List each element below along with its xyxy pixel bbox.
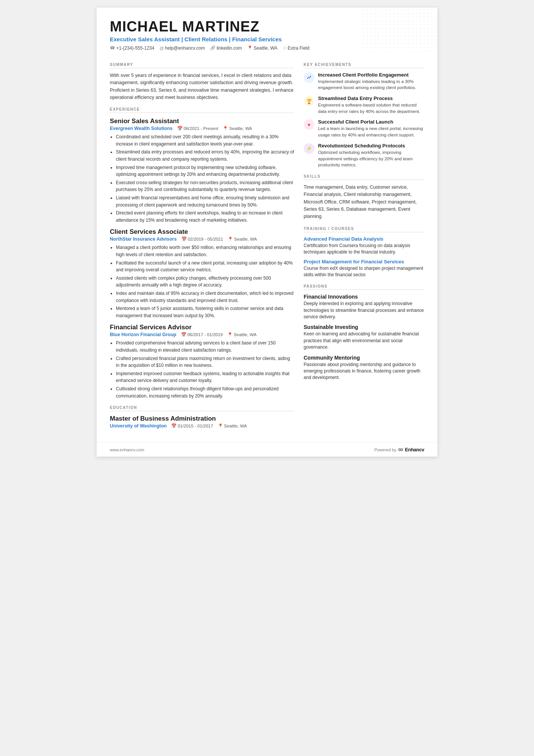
linkedin-icon: 🔗 bbox=[210, 45, 215, 50]
training-label: TRAINING / COURSES bbox=[304, 227, 424, 232]
calendar-icon-edu: 📅 bbox=[171, 423, 176, 429]
job-entry-1: Senior Sales Assistant Evergreen Wealth … bbox=[110, 117, 294, 224]
passion-desc-3: Passionate about providing mentorship an… bbox=[304, 362, 424, 381]
job-bullets-1: Coordinated and scheduled over 200 clien… bbox=[110, 133, 294, 224]
bullet-item: Managed a client portfolio worth over $5… bbox=[116, 244, 294, 258]
job-meta-1: Evergreen Wealth Solutions 📅 06/2021 - P… bbox=[110, 126, 294, 131]
employer-2: NorthStar Insurance Advisors bbox=[110, 236, 177, 242]
training-entry-1: Advanced Financial Data Analysis Certifi… bbox=[304, 236, 424, 256]
training-entry-2: Project Management for Financial Service… bbox=[304, 259, 424, 279]
right-column: KEY ACHIEVEMENTS Increased Client Portfo… bbox=[304, 56, 424, 431]
job-location-3: 📍 Seattle, WA bbox=[227, 332, 256, 337]
passion-desc-1: Deeply interested in exploring and apply… bbox=[304, 301, 424, 320]
achievement-content-3: Successful Client Portal Launch Led a te… bbox=[318, 119, 424, 138]
achievement-title-1: Increased Client Portfolio Engagement bbox=[318, 72, 424, 78]
achievement-icon-1 bbox=[304, 72, 314, 83]
summary-label: SUMMARY bbox=[110, 63, 294, 68]
bullet-item: Improved time management protocol by imp… bbox=[116, 164, 294, 178]
resume-document: MICHAEL MARTINEZ Executive Sales Assista… bbox=[97, 8, 437, 457]
training-desc-1: Certification from Coursera focusing on … bbox=[304, 243, 424, 256]
achievement-4: ⚡ Revolutionized Scheduling Protocols Op… bbox=[304, 143, 424, 168]
edu-degree-1: Master of Business Administration bbox=[110, 415, 294, 423]
phone-icon: ☎ bbox=[110, 45, 115, 50]
passion-title-3: Community Mentoring bbox=[304, 355, 424, 361]
job-bullets-2: Managed a client portfolio worth over $5… bbox=[110, 244, 294, 319]
achievement-2: 🏆 Streamlined Data Entry Process Enginee… bbox=[304, 95, 424, 114]
contact-linkedin: 🔗 linkedin.com bbox=[210, 45, 242, 51]
skills-text: Time management, Data entry, Customer se… bbox=[304, 184, 424, 221]
passion-title-1: Financial Innovations bbox=[304, 294, 424, 300]
pin-icon-3: 📍 bbox=[227, 332, 233, 337]
job-title-1: Senior Sales Assistant bbox=[110, 117, 294, 125]
main-layout: SUMMARY With over 5 years of experience … bbox=[110, 56, 424, 431]
header-section: MICHAEL MARTINEZ Executive Sales Assista… bbox=[110, 19, 424, 51]
job-entry-2: Client Services Associate NorthStar Insu… bbox=[110, 228, 294, 319]
education-label: EDUCATION bbox=[110, 405, 294, 411]
pin-icon-2: 📍 bbox=[228, 236, 233, 242]
achievement-desc-2: Engineered a software-based solution tha… bbox=[318, 102, 424, 114]
training-desc-2: Course from edX designed to sharpen proj… bbox=[304, 265, 424, 279]
footer-url: www.enhancv.com bbox=[110, 448, 144, 452]
summary-text: With over 5 years of experience in finan… bbox=[110, 72, 294, 102]
pin-icon-edu: 📍 bbox=[218, 423, 223, 429]
bullet-item: Cultivated strong client relationships t… bbox=[116, 385, 294, 399]
contact-phone: ☎ +1-(234)-555-1234 bbox=[110, 45, 154, 51]
achievement-desc-4: Optimized scheduling workflows, improvin… bbox=[318, 149, 424, 168]
edu-school-1: University of Washington bbox=[110, 423, 167, 429]
candidate-title: Executive Sales Assistant | Client Relat… bbox=[110, 36, 424, 42]
star-icon: ☆ bbox=[283, 45, 287, 50]
training-title-1: Advanced Financial Data Analysis bbox=[304, 236, 424, 242]
job-entry-3: Financial Services Advisor Blue Horizon … bbox=[110, 324, 294, 399]
skills-label: SKILLS bbox=[304, 174, 424, 180]
bullet-item: Implemented improved customer feedback s… bbox=[116, 370, 294, 384]
phone-value: +1-(234)-555-1234 bbox=[116, 45, 154, 51]
linkedin-value: linkedin.com bbox=[217, 45, 242, 51]
bullet-item: Index and maintain data of 95% accuracy … bbox=[116, 290, 294, 304]
left-column: SUMMARY With over 5 years of experience … bbox=[110, 56, 294, 431]
bullet-item: Executed cross-selling strategies for no… bbox=[116, 179, 294, 193]
bullet-item: Assisted clients with complex policy cha… bbox=[116, 275, 294, 289]
job-meta-2: NorthStar Insurance Advisors 📅 02/2019 -… bbox=[110, 236, 294, 242]
location-icon: 📍 bbox=[247, 45, 253, 50]
enhancv-brand: Enhancv bbox=[405, 447, 424, 452]
location-value: Seattle, WA bbox=[254, 45, 278, 51]
job-title-2: Client Services Associate bbox=[110, 228, 294, 236]
bullet-item: Coordinated and scheduled over 200 clien… bbox=[116, 133, 294, 147]
achievement-1: Increased Client Portfolio Engagement Im… bbox=[304, 72, 424, 91]
achievement-desc-3: Led a team in launching a new client por… bbox=[318, 125, 424, 138]
job-location-1: 📍 Seattle, WA bbox=[223, 126, 252, 131]
email-icon: @ bbox=[159, 46, 164, 50]
training-title-2: Project Management for Financial Service… bbox=[304, 259, 424, 265]
contact-bar: ☎ +1-(234)-555-1234 @ help@enhancv.com 🔗… bbox=[110, 45, 424, 51]
achievement-title-2: Streamlined Data Entry Process bbox=[318, 95, 424, 101]
achievement-content-1: Increased Client Portfolio Engagement Im… bbox=[318, 72, 424, 91]
edu-location-1: 📍 Seattle, WA bbox=[218, 423, 247, 429]
achievement-icon-3: ♥ bbox=[304, 119, 314, 130]
candidate-name: MICHAEL MARTINEZ bbox=[110, 19, 424, 35]
bullet-item: Liaised with financial representatives a… bbox=[116, 194, 294, 208]
enhancv-infinity-icon: ∞ bbox=[398, 446, 403, 454]
footer: www.enhancv.com Powered by ∞ Enhancv bbox=[97, 442, 437, 457]
bullet-item: Provided comprehensive financial advisin… bbox=[116, 340, 294, 354]
extra-value: Extra Field bbox=[288, 45, 309, 51]
employer-3: Blue Horizon Financial Group bbox=[110, 332, 176, 337]
achievement-content-4: Revolutionized Scheduling Protocols Opti… bbox=[318, 143, 424, 168]
job-dates-3: 📅 06/2017 - 01/2019 bbox=[181, 332, 223, 337]
contact-extra: ☆ Extra Field bbox=[283, 45, 309, 51]
powered-by-text: Powered by bbox=[374, 448, 396, 452]
achievement-title-3: Successful Client Portal Launch bbox=[318, 119, 424, 125]
bullet-item: Streamlined data entry processes and red… bbox=[116, 149, 294, 163]
job-title-3: Financial Services Advisor bbox=[110, 324, 294, 331]
achievement-title-4: Revolutionized Scheduling Protocols bbox=[318, 143, 424, 149]
experience-label: EXPERIENCE bbox=[110, 107, 294, 113]
bullet-item: Mentored a team of 5 junior assistants, … bbox=[116, 305, 294, 319]
job-meta-3: Blue Horizon Financial Group 📅 06/2017 -… bbox=[110, 332, 294, 337]
bullet-item: Crafted personalized financial plans max… bbox=[116, 355, 294, 369]
passion-desc-2: Keen on learning and advocating for sust… bbox=[304, 331, 424, 351]
achievement-desc-1: Implemented strategic initiatives leadin… bbox=[318, 78, 424, 91]
job-location-2: 📍 Seattle, WA bbox=[228, 236, 257, 242]
footer-powered-by: Powered by ∞ Enhancv bbox=[374, 446, 424, 454]
bullet-item: Directed event planning efforts for clie… bbox=[116, 210, 294, 224]
job-dates-1: 📅 06/2021 - Present bbox=[177, 126, 218, 131]
edu-meta-1: University of Washington 📅 01/2015 - 01/… bbox=[110, 423, 294, 429]
